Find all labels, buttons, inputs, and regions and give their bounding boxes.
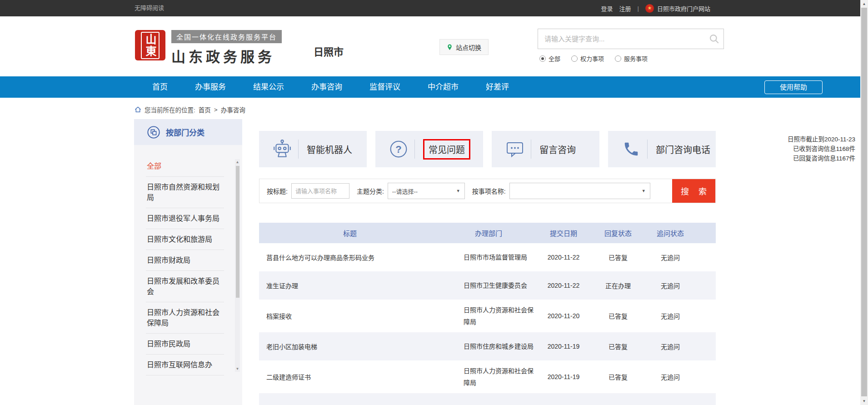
scope-radio-3[interactable]: 服务事项: [615, 54, 648, 63]
sidebar-item-7[interactable]: 日照市人力资源和社会保障局: [146, 302, 224, 334]
accessibility-link[interactable]: 无障碍阅读: [135, 0, 164, 16]
site-switch-button[interactable]: 站点切换: [439, 39, 489, 55]
breadcrumb-prefix: 您当前所在的位置:: [145, 105, 195, 114]
svg-text:?: ?: [395, 144, 401, 155]
sidebar-item-3[interactable]: 日照市退役军人事务局: [146, 208, 224, 229]
search-button[interactable]: 搜 索: [672, 179, 715, 203]
radio-icon: [539, 55, 546, 62]
nav-item-1[interactable]: 首页: [139, 76, 181, 98]
help-button[interactable]: 使用帮助: [764, 80, 823, 94]
cell-department: 日照市市场监督管理局: [441, 251, 536, 263]
cell-date: 2020-11-19: [536, 343, 591, 350]
tab-label: 常见问题: [423, 139, 470, 160]
card-divider: [647, 140, 648, 159]
scrollbar-down-icon[interactable]: ▼: [860, 397, 868, 405]
cell-title[interactable]: 准生证办理: [259, 281, 441, 290]
robot-icon: [273, 139, 292, 159]
login-link[interactable]: 登录: [601, 4, 613, 13]
sidebar-item-2[interactable]: 日照市自然资源和规划局: [146, 177, 224, 208]
cell-title[interactable]: 档案接收: [259, 311, 441, 320]
tab-card-2[interactable]: ?常见问题: [375, 131, 483, 167]
tab-card-1[interactable]: 智能机器人: [259, 131, 367, 167]
item-name-select[interactable]: ▼: [509, 183, 650, 199]
sidebar-item-8[interactable]: 日照市民政局: [146, 334, 224, 355]
search-scope-radios: 全部权力事项服务事项: [539, 54, 648, 63]
scrollbar-up-icon[interactable]: ▲: [860, 0, 868, 8]
cell-title[interactable]: 莒县什么地方可以办理商品条形码业务: [259, 253, 441, 262]
scroll-up-icon[interactable]: ▲: [235, 159, 240, 165]
keyword-search-input[interactable]: [538, 29, 723, 49]
sidebar-item-4[interactable]: 日照市文化和旅游局: [146, 229, 224, 250]
sidebar-title: 按部门分类: [166, 126, 205, 138]
scope-radio-1[interactable]: 全部: [539, 54, 560, 63]
sidebar-item-9[interactable]: 日照市互联网信息办: [146, 355, 224, 375]
sidebar-item-5[interactable]: 日照市财政局: [146, 250, 224, 271]
breadcrumb-home[interactable]: 首页: [199, 105, 211, 114]
radio-label: 服务事项: [624, 54, 648, 63]
chevron-down-icon: ▼: [456, 189, 460, 193]
tab-card-3[interactable]: 留言咨询: [492, 131, 599, 167]
nav-item-7[interactable]: 好差评: [472, 76, 523, 98]
city-name: 日照市: [314, 44, 344, 58]
nav-item-5[interactable]: 监督评议: [356, 76, 414, 98]
page-scrollbar-thumb[interactable]: [861, 8, 867, 396]
cell-date: 2020-11-22: [536, 254, 591, 261]
search-icon[interactable]: [709, 34, 720, 46]
title-filter-input[interactable]: [291, 183, 349, 199]
tab-card-4[interactable]: 部门咨询电话: [608, 131, 716, 167]
chevron-down-icon: ▼: [642, 189, 646, 193]
radio-label: 权力事项: [580, 54, 604, 63]
topbar-divider: |: [638, 5, 639, 12]
category-select-value: --请选择--: [392, 187, 418, 195]
search-box: [538, 29, 724, 49]
cell-department: 日照市人力资源和社会保障局: [441, 365, 536, 389]
phone-icon: [622, 140, 641, 158]
cell-title[interactable]: 老旧小区加装电梯: [259, 342, 441, 351]
breadcrumb-current[interactable]: 办事咨询: [221, 105, 245, 114]
portal-link[interactable]: ★ 日照市政府门户网站: [645, 4, 710, 13]
scroll-down-icon[interactable]: ▼: [235, 366, 240, 372]
breadcrumb-separator: >: [214, 106, 218, 113]
site-switch-label: 站点切换: [456, 43, 481, 52]
nav-item-2[interactable]: 办事服务: [181, 76, 239, 98]
cell-reply-status: 已答复: [591, 311, 645, 320]
cell-follow-status: 无追问: [645, 372, 695, 381]
item-filter-label: 按事项名称:: [472, 186, 506, 195]
department-list: 全部日照市自然资源和规划局日照市退役军人事务局日照市文化和旅游局日照市财政局日照…: [134, 145, 242, 405]
category-select[interactable]: --请选择-- ▼: [388, 183, 465, 199]
table-row[interactable]: 档案接收日照市人力资源和社会保障局2020-11-20已答复无追问: [259, 300, 716, 332]
page-scrollbar[interactable]: ▲ ▼: [860, 0, 868, 405]
table-row[interactable]: 二级建造师证书日照市人力资源和社会保障局2020-11-19已答复无追问: [259, 360, 716, 393]
filter-bar: 按标题: 主题分类: --请选择-- ▼ 按事项名称: ▼ 搜 索: [259, 179, 716, 203]
nav-item-3[interactable]: 结果公示: [239, 76, 298, 98]
tab-label: 智能机器人: [307, 143, 352, 156]
cell-follow-status: 无追问: [645, 253, 695, 262]
question-icon: ?: [389, 140, 408, 159]
cell-title[interactable]: 二级建造师证书: [259, 372, 441, 381]
table-row[interactable]: 老旧小区加装电梯日照市住房和城乡建设局2020-11-19已答复无追问: [259, 332, 716, 360]
logo[interactable]: 山東 全国一体化在线政务服务平台 山东政务服务: [135, 30, 282, 66]
national-emblem-icon: ★: [645, 4, 654, 13]
column-header-4: 回复状态: [591, 228, 645, 238]
consult-tabs: 智能机器人?常见问题留言咨询部门咨询电话: [259, 131, 716, 167]
topbar: 无障碍阅读 登录 注册 | ★ 日照市政府门户网站: [0, 0, 860, 16]
nav-item-6[interactable]: 中介超市: [414, 76, 472, 98]
cell-reply-status: 已答复: [591, 342, 645, 351]
nav-item-4[interactable]: 办事咨询: [298, 76, 356, 98]
sidebar-item-6[interactable]: 日照市发展和改革委员会: [146, 271, 224, 302]
sidebar-item-1[interactable]: 全部: [146, 156, 224, 177]
table-row[interactable]: 准生证办理日照市卫生健康委员会2020-11-22正在办理无追问: [259, 271, 716, 300]
card-divider: [531, 140, 531, 159]
radio-icon: [571, 55, 578, 62]
scope-radio-2[interactable]: 权力事项: [571, 54, 604, 63]
radio-icon: [615, 55, 621, 62]
nav-menu: 首页办事服务结果公示办事咨询监督评议中介超市好差评: [139, 76, 523, 98]
department-sidebar: 按部门分类 全部日照市自然资源和规划局日照市退役军人事务局日照市文化和旅游局日照…: [134, 119, 242, 405]
sidebar-scrollbar[interactable]: ▲ ▼: [235, 159, 240, 372]
sidebar-scrollbar-thumb[interactable]: [236, 166, 239, 298]
register-link[interactable]: 注册: [619, 4, 631, 13]
portal-label: 日照市政府门户网站: [657, 4, 710, 13]
table-row[interactable]: 莒县什么地方可以办理商品条形码业务日照市市场监督管理局2020-11-22已答复…: [259, 243, 716, 271]
cell-department: 日照市住房和城乡建设局: [441, 340, 536, 352]
site-header: 山東 全国一体化在线政务服务平台 山东政务服务 日照市 站点切换 全部权力事项服…: [0, 16, 860, 76]
